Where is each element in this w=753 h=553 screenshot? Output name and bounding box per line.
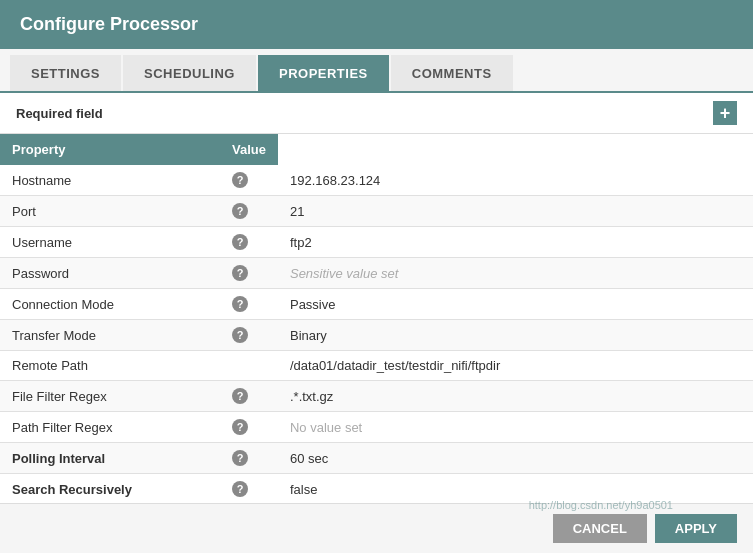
properties-table: Property Value Hostname?192.168.23.124Po…: [0, 134, 753, 503]
tab-comments[interactable]: COMMENTS: [391, 55, 513, 91]
tab-properties[interactable]: PROPERTIES: [258, 55, 389, 91]
table-row[interactable]: Hostname?192.168.23.124: [0, 165, 753, 196]
property-help-icon[interactable]: [220, 351, 278, 381]
property-value[interactable]: Sensitive value set: [278, 258, 753, 289]
dialog-header: Configure Processor: [0, 0, 753, 49]
table-row[interactable]: Remote Path/data01/datadir_test/testdir_…: [0, 351, 753, 381]
property-value[interactable]: /data01/datadir_test/testdir_nifi/ftpdir: [278, 351, 753, 381]
property-value[interactable]: No value set: [278, 412, 753, 443]
property-help-icon[interactable]: ?: [220, 289, 278, 320]
add-property-button[interactable]: +: [713, 101, 737, 125]
property-name: Password: [0, 258, 220, 289]
table-row[interactable]: Polling Interval?60 sec: [0, 443, 753, 474]
table-header-row: Property Value: [0, 134, 753, 165]
watermark: http://blog.csdn.net/yh9a0501: [529, 499, 673, 511]
property-help-icon[interactable]: ?: [220, 196, 278, 227]
apply-button[interactable]: APPLY: [655, 514, 737, 543]
property-name: Search Recursively: [0, 474, 220, 504]
property-value[interactable]: ftp2: [278, 227, 753, 258]
table-row[interactable]: Port?21: [0, 196, 753, 227]
dialog-title: Configure Processor: [20, 14, 198, 34]
property-value[interactable]: 192.168.23.124: [278, 165, 753, 196]
properties-table-container: Property Value Hostname?192.168.23.124Po…: [0, 134, 753, 503]
tab-bar: SETTINGS SCHEDULING PROPERTIES COMMENTS: [0, 49, 753, 93]
required-field-label: Required field: [16, 106, 103, 121]
property-name: Username: [0, 227, 220, 258]
required-field-row: Required field +: [0, 93, 753, 134]
table-row[interactable]: Password?Sensitive value set: [0, 258, 753, 289]
property-help-icon[interactable]: ?: [220, 258, 278, 289]
table-row[interactable]: Username?ftp2: [0, 227, 753, 258]
table-row[interactable]: Transfer Mode?Binary: [0, 320, 753, 351]
tab-scheduling[interactable]: SCHEDULING: [123, 55, 256, 91]
property-help-icon[interactable]: ?: [220, 320, 278, 351]
table-row[interactable]: Connection Mode?Passive: [0, 289, 753, 320]
col-value: Value: [220, 134, 278, 165]
configure-processor-dialog: Configure Processor SETTINGS SCHEDULING …: [0, 0, 753, 553]
property-help-icon[interactable]: ?: [220, 381, 278, 412]
property-help-icon[interactable]: ?: [220, 165, 278, 196]
property-name: Hostname: [0, 165, 220, 196]
property-value[interactable]: 60 sec: [278, 443, 753, 474]
property-name: Polling Interval: [0, 443, 220, 474]
property-help-icon[interactable]: ?: [220, 412, 278, 443]
table-row[interactable]: Path Filter Regex?No value set: [0, 412, 753, 443]
property-name: Port: [0, 196, 220, 227]
property-value[interactable]: .*.txt.gz: [278, 381, 753, 412]
property-value[interactable]: false: [278, 474, 753, 504]
col-property: Property: [0, 134, 220, 165]
property-value[interactable]: Binary: [278, 320, 753, 351]
property-name: Path Filter Regex: [0, 412, 220, 443]
property-name: Remote Path: [0, 351, 220, 381]
property-value[interactable]: 21: [278, 196, 753, 227]
property-name: Transfer Mode: [0, 320, 220, 351]
tab-settings[interactable]: SETTINGS: [10, 55, 121, 91]
property-help-icon[interactable]: ?: [220, 474, 278, 504]
cancel-button[interactable]: CANCEL: [553, 514, 647, 543]
property-name: File Filter Regex: [0, 381, 220, 412]
property-help-icon[interactable]: ?: [220, 443, 278, 474]
property-name: Connection Mode: [0, 289, 220, 320]
property-value[interactable]: Passive: [278, 289, 753, 320]
property-help-icon[interactable]: ?: [220, 227, 278, 258]
table-row[interactable]: File Filter Regex?.*.txt.gz: [0, 381, 753, 412]
